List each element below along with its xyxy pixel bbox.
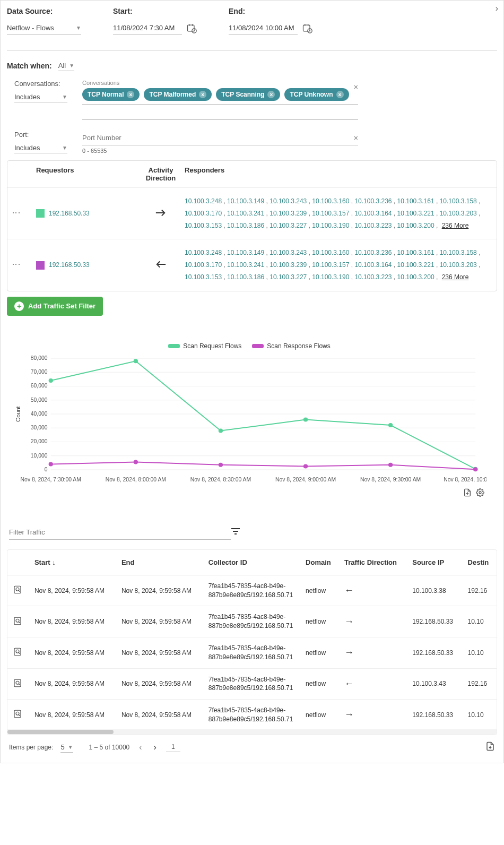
svg-text:Nov 8, 2024, 9:30:00 AM: Nov 8, 2024, 9:30:00 AM	[360, 477, 421, 482]
cell-direction: →	[339, 606, 407, 637]
requestor-ip[interactable]: 192.168.50.33	[49, 261, 90, 269]
chip-remove-icon[interactable]: ×	[127, 91, 134, 98]
traffic-row: ⋮ 192.168.50.33 10.100.3.248 , 10.100.3.…	[7, 239, 497, 290]
cell-end: Nov 8, 2024, 9:59:58 AM	[116, 575, 203, 606]
export-table-icon[interactable]	[485, 741, 495, 753]
svg-rect-44	[14, 617, 21, 625]
column-header[interactable]: Source IP	[407, 550, 462, 575]
match-when-label: Match when:	[7, 62, 52, 70]
column-header[interactable]: Destin	[463, 550, 497, 575]
col-requestors: Requestors	[36, 166, 137, 182]
filter-traffic-input[interactable]	[9, 525, 231, 540]
port-input[interactable]	[82, 131, 358, 145]
conversation-chip[interactable]: TCP Scanning×	[216, 88, 280, 101]
inspect-icon[interactable]	[13, 616, 22, 626]
svg-rect-2	[303, 25, 310, 31]
svg-text:0: 0	[45, 467, 48, 472]
horizontal-scrollbar[interactable]	[7, 729, 497, 735]
end-label: End:	[229, 7, 312, 15]
gear-icon[interactable]	[476, 488, 484, 498]
conversation-chip[interactable]: TCP Malformed×	[144, 88, 212, 101]
filter-icon[interactable]	[231, 528, 240, 537]
direction-arrow-icon	[137, 208, 185, 219]
series-color-swatch	[36, 209, 45, 218]
svg-point-30	[134, 359, 138, 363]
data-source-select[interactable]: Netflow - Flows ▼	[7, 22, 81, 35]
export-chart-icon[interactable]	[463, 488, 472, 498]
cell-dest-ip: 192.16	[463, 575, 497, 606]
responders-list: 10.100.3.248 , 10.100.3.149 , 10.100.3.2…	[185, 247, 489, 283]
conversations-chips[interactable]: TCP Normal×TCP Malformed×TCP Scanning×TC…	[82, 88, 358, 105]
sort-desc-icon: ↓	[52, 558, 56, 566]
svg-point-33	[388, 423, 393, 427]
row-menu-icon[interactable]: ⋮	[15, 260, 17, 269]
column-header[interactable]: End	[116, 550, 203, 575]
inspect-icon[interactable]	[13, 585, 22, 594]
svg-text:30,000: 30,000	[31, 425, 48, 430]
port-op-select[interactable]: Includes ▼	[14, 143, 67, 153]
conversation-chip[interactable]: TCP Unknown×	[284, 88, 349, 101]
chip-remove-icon[interactable]: ×	[267, 91, 275, 98]
responders-list: 10.100.3.248 , 10.100.3.149 , 10.100.3.2…	[185, 195, 489, 231]
prev-page-button[interactable]: ‹	[137, 740, 144, 754]
end-datetime[interactable]: 11/08/2024 10:00 AM	[229, 22, 298, 35]
chip-remove-icon[interactable]: ×	[199, 91, 206, 98]
svg-point-49	[16, 681, 19, 684]
column-header[interactable]: Start ↓	[29, 550, 116, 575]
page-number[interactable]: 1	[166, 742, 180, 752]
port-range-hint: 0 - 65535	[82, 148, 358, 154]
column-header[interactable]: Domain	[300, 550, 339, 575]
chip-remove-icon[interactable]: ×	[336, 91, 344, 98]
cell-dest-ip: 10.10	[463, 700, 497, 730]
collapse-chevron-icon[interactable]: ›	[496, 4, 498, 13]
add-traffic-set-button[interactable]: + Add Traffic Set Filter	[7, 297, 103, 316]
inspect-icon[interactable]	[13, 709, 22, 719]
conversation-chip[interactable]: TCP Normal×	[82, 88, 140, 101]
row-menu-icon[interactable]: ⋮	[15, 209, 17, 217]
legend-item[interactable]: Scan Response Flows	[252, 342, 330, 350]
svg-text:Count: Count	[14, 406, 21, 421]
cell-source-ip: 192.168.50.33	[407, 606, 462, 637]
traffic-set-table: Requestors Activity Direction Responders…	[7, 160, 497, 291]
calendar-clock-icon[interactable]	[302, 23, 312, 33]
cell-domain: netflow	[300, 606, 339, 637]
calendar-clock-icon[interactable]	[186, 23, 197, 33]
table-row: Nov 8, 2024, 9:59:58 AM Nov 8, 2024, 9:5…	[7, 575, 497, 606]
clear-conversations-icon[interactable]: ×	[354, 83, 358, 91]
column-header[interactable]	[7, 550, 29, 575]
cell-source-ip: 192.168.50.33	[407, 637, 462, 668]
next-page-button[interactable]: ›	[152, 740, 159, 754]
inspect-icon[interactable]	[13, 678, 22, 688]
svg-rect-48	[14, 679, 21, 687]
conversations-op-select[interactable]: Includes ▼	[14, 92, 67, 102]
more-responders-link[interactable]: 236 More	[442, 222, 469, 229]
cell-dest-ip: 10.10	[463, 606, 497, 637]
inspect-icon[interactable]	[13, 647, 22, 657]
column-header[interactable]: Traffic Direction	[339, 550, 407, 575]
cell-domain: netflow	[300, 575, 339, 606]
items-per-page-select[interactable]: 5 ▼	[60, 742, 73, 753]
svg-text:10,000: 10,000	[31, 453, 48, 459]
cell-collector: 7fea1b45-7835-4ac8-b49e-887b9e8e89c5/192…	[203, 668, 300, 700]
flow-records-table: Start ↓EndCollector IDDomainTraffic Dire…	[7, 550, 497, 730]
cell-direction: →	[339, 700, 407, 730]
start-datetime[interactable]: 11/08/2024 7:30 AM	[113, 22, 182, 35]
svg-rect-50	[14, 711, 21, 718]
legend-item[interactable]: Scan Request Flows	[168, 342, 241, 350]
match-mode-select[interactable]: All ▼	[58, 61, 74, 71]
col-direction: Activity Direction	[137, 166, 185, 182]
requestor-ip[interactable]: 192.168.50.33	[49, 210, 90, 217]
svg-point-37	[219, 463, 223, 467]
cell-source-ip: 10.100.3.38	[407, 575, 462, 606]
svg-text:20,000: 20,000	[31, 438, 48, 444]
direction-arrow-icon	[137, 260, 185, 271]
pager-range: 1 – 5 of 10000	[89, 744, 130, 751]
svg-rect-0	[188, 25, 195, 31]
port-label: Port:	[14, 131, 73, 139]
svg-point-41	[479, 492, 481, 494]
svg-point-38	[303, 464, 308, 468]
column-header[interactable]: Collector ID	[203, 550, 300, 575]
more-responders-link[interactable]: 236 More	[442, 273, 469, 281]
clear-port-icon[interactable]: ×	[354, 134, 358, 142]
cell-domain: netflow	[300, 668, 339, 700]
